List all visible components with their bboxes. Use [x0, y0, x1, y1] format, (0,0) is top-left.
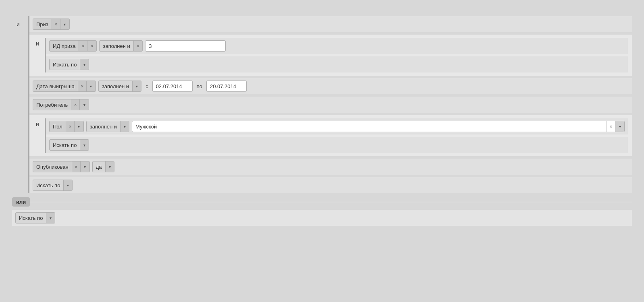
- main-add-label: Искать по: [33, 182, 63, 188]
- prize-sub-and-label: и: [33, 38, 42, 47]
- gender-value-selector[interactable]: Мужской × ▾: [132, 121, 625, 132]
- consumer-sub-add-dropdown-button[interactable]: ▾: [80, 140, 89, 150]
- prize-field-selector[interactable]: Приз × ▾: [33, 19, 70, 30]
- prize-group-header-row: Приз × ▾: [29, 16, 632, 32]
- date-field-selector[interactable]: Дата выигрыша × ▾: [33, 81, 96, 92]
- published-condition-label: да: [93, 164, 105, 170]
- prize-field-label: Приз: [33, 21, 52, 27]
- prize-field-dropdown-button[interactable]: ▾: [60, 19, 69, 29]
- prize-sub-add-row: Искать по ▾: [46, 56, 628, 72]
- prize-id-row: ИД приза × ▾ заполнен и ▾: [46, 38, 628, 54]
- date-to-input[interactable]: [206, 81, 247, 92]
- consumer-field-dropdown-button[interactable]: ▾: [80, 99, 89, 110]
- gender-value-remove-button[interactable]: ×: [607, 121, 615, 132]
- consumer-sub-bracket: Пол × ▾ заполнен и ▾ Мужской ×: [45, 118, 628, 153]
- gender-field-dropdown-button[interactable]: ▾: [75, 121, 83, 132]
- prize-sub-group: и ИД приза × ▾ заполнен и ▾: [29, 35, 632, 76]
- gender-field-selector[interactable]: Пол × ▾: [49, 121, 84, 132]
- published-field-dropdown-button[interactable]: ▾: [81, 161, 89, 172]
- consumer-sub-group-inner: и Пол × ▾ заполнен и ▾: [33, 118, 628, 153]
- main-add-selector[interactable]: Искать по ▾: [33, 180, 73, 191]
- gender-condition-dropdown-button[interactable]: ▾: [120, 121, 129, 132]
- consumer-sub-add-label: Искать по: [50, 142, 80, 148]
- consumer-sub-add-selector[interactable]: Искать по ▾: [49, 139, 89, 151]
- gender-field-remove-button[interactable]: ×: [66, 121, 75, 132]
- prize-sub-add-label: Искать по: [50, 62, 80, 68]
- prize-id-condition-label: заполнен и: [100, 43, 133, 49]
- consumer-field-remove-button[interactable]: ×: [71, 99, 80, 110]
- gender-field-label: Пол: [50, 124, 66, 130]
- published-row: Опубликован × ▾ да ▾: [29, 159, 632, 175]
- date-row: Дата выигрыша × ▾ заполнен и ▾ с по: [29, 78, 632, 94]
- or-bar: или: [12, 197, 632, 207]
- main-group-bracket: Приз × ▾ и ИД приза × ▾: [28, 16, 632, 193]
- or-add-label: Искать по: [16, 215, 46, 221]
- gender-condition-label: заполнен и: [87, 124, 120, 130]
- or-line: [30, 202, 632, 202]
- consumer-field-selector[interactable]: Потребитель × ▾: [33, 99, 89, 110]
- main-add-dropdown-button[interactable]: ▾: [63, 180, 72, 190]
- or-add-dropdown-button[interactable]: ▾: [46, 213, 55, 223]
- prize-id-condition-dropdown-button[interactable]: ▾: [133, 41, 142, 51]
- date-from-input[interactable]: [152, 81, 193, 92]
- date-from-label: с: [144, 83, 150, 89]
- or-section: Искать по ▾: [12, 210, 632, 226]
- date-condition-dropdown-button[interactable]: ▾: [132, 81, 141, 91]
- or-add-selector[interactable]: Искать по ▾: [15, 212, 55, 223]
- prize-sub-add-selector[interactable]: Искать по ▾: [49, 59, 89, 70]
- date-to-label: по: [195, 83, 204, 89]
- consumer-sub-group: и Пол × ▾ заполнен и ▾: [29, 115, 632, 156]
- prize-id-remove-button[interactable]: ×: [79, 41, 87, 51]
- prize-id-dropdown-button[interactable]: ▾: [87, 41, 96, 51]
- published-condition-selector[interactable]: да ▾: [92, 161, 114, 172]
- prize-id-field-selector[interactable]: ИД приза × ▾: [49, 40, 97, 52]
- published-field-selector[interactable]: Опубликован × ▾: [33, 161, 90, 172]
- or-label: или: [12, 197, 30, 207]
- date-condition-selector[interactable]: заполнен и ▾: [98, 81, 141, 92]
- gender-condition-selector[interactable]: заполнен и ▾: [86, 121, 129, 132]
- main-and-block: и Приз × ▾ и ИД приза: [12, 16, 632, 193]
- gender-value-dropdown-button[interactable]: ▾: [615, 121, 624, 132]
- gender-row: Пол × ▾ заполнен и ▾ Мужской ×: [46, 118, 628, 134]
- prize-sub-group-inner: и ИД приза × ▾ заполнен и ▾: [33, 38, 628, 72]
- published-condition-dropdown-button[interactable]: ▾: [105, 161, 114, 172]
- main-container: и Приз × ▾ и ИД приза: [0, 8, 644, 234]
- main-add-row: Искать по ▾: [29, 177, 632, 193]
- prize-sub-add-dropdown-button[interactable]: ▾: [80, 59, 89, 70]
- prize-field-remove-button[interactable]: ×: [52, 19, 60, 29]
- consumer-sub-and-label: и: [33, 118, 42, 127]
- date-field-remove-button[interactable]: ×: [78, 81, 87, 91]
- prize-id-condition-selector[interactable]: заполнен и ▾: [99, 40, 142, 52]
- main-and-label: и: [12, 16, 24, 27]
- date-condition-label: заполнен и: [99, 83, 132, 89]
- gender-value-label: Мужской: [132, 124, 607, 130]
- prize-sub-bracket: ИД приза × ▾ заполнен и ▾: [45, 38, 628, 72]
- consumer-field-label: Потребитель: [33, 102, 71, 108]
- prize-id-value-input[interactable]: [145, 40, 226, 52]
- date-field-label: Дата выигрыша: [33, 83, 78, 89]
- consumer-sub-add-row: Искать по ▾: [46, 137, 628, 153]
- date-field-dropdown-button[interactable]: ▾: [87, 81, 96, 91]
- published-field-remove-button[interactable]: ×: [72, 161, 81, 172]
- published-field-label: Опубликован: [33, 164, 72, 170]
- prize-id-field-label: ИД приза: [50, 43, 79, 49]
- consumer-group-header-row: Потребитель × ▾: [29, 97, 632, 113]
